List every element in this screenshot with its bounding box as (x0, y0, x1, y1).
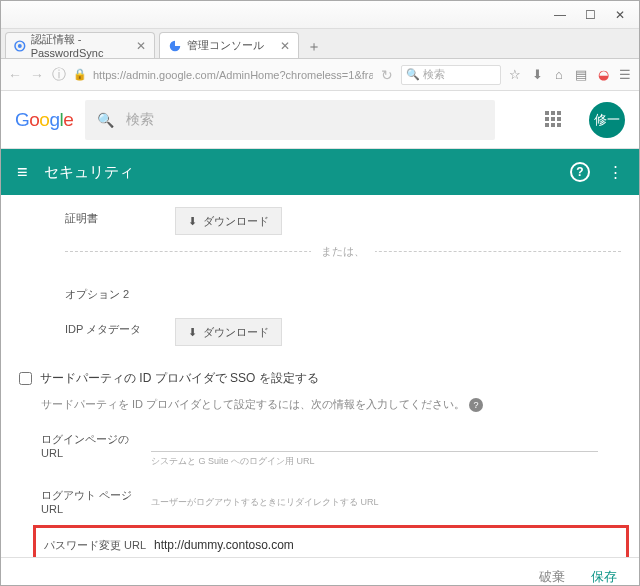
discard-button[interactable]: 破棄 (539, 568, 565, 586)
tab-label: 管理コンソール (187, 38, 264, 53)
help-icon[interactable]: ? (570, 162, 590, 182)
downloads-icon[interactable]: ⬇ (529, 67, 545, 82)
address-bar[interactable]: https://admin.google.com/AdminHome?chrom… (93, 69, 373, 81)
password-url-label: パスワード変更 URL (44, 534, 154, 553)
idp-metadata-label: IDP メタデータ (65, 318, 175, 337)
window-minimize[interactable]: — (545, 8, 575, 22)
google-header: Google 🔍検索 修一 (1, 91, 639, 149)
download-icon: ⬇ (188, 215, 197, 228)
hamburger-icon[interactable]: ≡ (17, 162, 28, 183)
lock-icon: 🔒 (73, 68, 87, 81)
forward-button: → (29, 67, 45, 83)
password-url-highlight: パスワード変更 URL (33, 525, 629, 557)
option2-label: オプション 2 (65, 283, 175, 302)
search-icon: 🔍 (406, 68, 420, 81)
svg-point-1 (18, 44, 22, 48)
logout-url-label: ログアウト ページ URL (41, 484, 151, 515)
window-maximize[interactable]: ☐ (575, 8, 605, 22)
login-url-hint: システムと G Suite へのログイン用 URL (151, 455, 621, 468)
save-button[interactable]: 保存 (591, 568, 617, 586)
third-party-sso-checkbox[interactable]: サードパーティの ID プロバイダで SSO を設定する (19, 364, 621, 393)
account-avatar[interactable]: 修一 (589, 102, 625, 138)
login-url-label: ログインページの URL (41, 428, 151, 459)
search-icon: 🔍 (97, 112, 114, 128)
site-info-icon[interactable]: ⓘ (51, 66, 67, 84)
new-tab-button[interactable]: ＋ (303, 36, 325, 58)
tab-admin-console[interactable]: 管理コンソール ✕ (159, 32, 299, 58)
more-menu-icon[interactable]: ⋮ (608, 163, 623, 181)
content-area: 証明書 ⬇ダウンロード または、 オプション 2 IDP メタデータ ⬇ダウンロ… (1, 195, 639, 557)
browser-search[interactable]: 🔍 検索 (401, 65, 501, 85)
help-tooltip-icon[interactable]: ? (469, 398, 483, 412)
pocket-icon[interactable]: ◒ (595, 67, 611, 82)
tab-label: 認証情報 - PasswordSync (31, 32, 136, 59)
tab-close-icon[interactable]: ✕ (136, 39, 146, 53)
google-logo[interactable]: Google (15, 109, 73, 131)
tab-close-icon[interactable]: ✕ (280, 39, 290, 53)
window-titlebar: — ☐ ✕ (1, 1, 639, 29)
section-header: ≡ セキュリティ ? ⋮ (1, 149, 639, 195)
sso-help-text: サードパーティを ID プロバイダとして設定するには、次の情報を入力してください… (19, 393, 621, 420)
divider-or: または、 (65, 251, 621, 267)
browser-menu-icon[interactable]: ☰ (617, 67, 633, 82)
google-favicon-icon (168, 39, 182, 53)
back-button[interactable]: ← (7, 67, 23, 83)
tab-passwordsync[interactable]: 認証情報 - PasswordSync ✕ (5, 32, 155, 58)
browser-toolbar: ← → ⓘ 🔒 https://admin.google.com/AdminHo… (1, 59, 639, 91)
section-title: セキュリティ (44, 163, 134, 182)
login-url-input[interactable] (151, 428, 598, 452)
logout-url-hint: ユーザーがログアウトするときにリダイレクトする URL (151, 496, 621, 509)
bookmark-star-icon[interactable]: ☆ (507, 67, 523, 82)
library-icon[interactable]: ▤ (573, 67, 589, 82)
download-cert-button[interactable]: ⬇ダウンロード (175, 207, 282, 235)
download-icon: ⬇ (188, 326, 197, 339)
admin-search[interactable]: 🔍検索 (85, 100, 495, 140)
window-close[interactable]: ✕ (605, 8, 635, 22)
apps-grid-icon[interactable] (545, 111, 563, 129)
home-icon[interactable]: ⌂ (551, 67, 567, 82)
certificate-label: 証明書 (65, 207, 175, 226)
reload-button[interactable]: ↻ (379, 67, 395, 83)
browser-tabs: 認証情報 - PasswordSync ✕ 管理コンソール ✕ ＋ (1, 29, 639, 59)
footer-actions: 破棄 保存 (1, 557, 639, 586)
download-idp-button[interactable]: ⬇ダウンロード (175, 318, 282, 346)
chrome-favicon-icon (14, 39, 26, 53)
password-url-input[interactable] (154, 534, 595, 557)
